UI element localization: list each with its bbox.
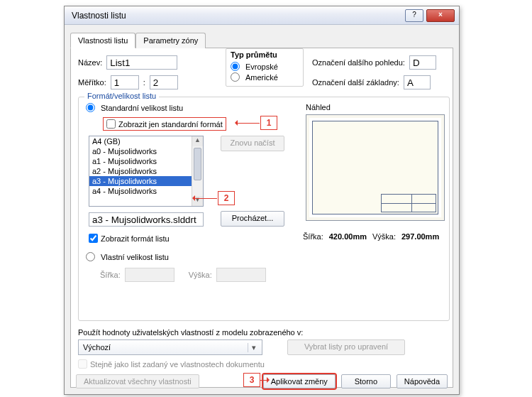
custom-size-option[interactable]: Vlastní velikost listu (86, 252, 169, 261)
standard-size-option[interactable]: Standardní velikost listu (86, 103, 183, 112)
cancel-button[interactable]: Storno (341, 374, 391, 388)
sheet-format-path-field[interactable] (89, 212, 204, 227)
next-view-label: Označení dalšího pohledu: (312, 58, 405, 67)
use-custom-props-combo[interactable]: Výchozí ▾ (78, 339, 262, 355)
help-icon[interactable]: ? (405, 9, 423, 22)
same-as-document-label: Stejně jako list zadaný ve vlastnostech … (90, 360, 265, 369)
custom-size-radio[interactable] (86, 252, 95, 261)
projection-group-title: Typ průmětu (231, 50, 299, 59)
list-item-selected[interactable]: a3 - Mujsolidworks (89, 176, 203, 186)
preview-width-label: Šířka: (303, 232, 323, 241)
bottom-button-bar: Aktualizovat všechny vlastnosti Aplikova… (76, 374, 448, 388)
preview-title-block (381, 194, 436, 212)
preview-dimensions: Šířka: 420.00mm Výška: 297.00mm (303, 232, 439, 241)
format-size-legend: Formát/velikost listu (84, 92, 159, 100)
sheet-preview (306, 114, 445, 221)
next-labels: Označení dalšího pohledu: Označení další… (312, 55, 436, 95)
use-custom-props-value: Výchozí (83, 343, 111, 352)
custom-dims: Šířka: Výška: (100, 268, 266, 282)
custom-height-field (216, 268, 266, 282)
format-size-group: Formát/velikost listu Standardní velikos… (78, 97, 450, 321)
show-sheet-format-option[interactable]: Zobrazit formát listu (89, 234, 170, 243)
preview-height-value: 297.00mm (401, 232, 439, 241)
projection-group: Typ průmětu Evropské Americké (226, 48, 304, 87)
list-item[interactable]: A4 (GB) (89, 136, 203, 146)
standard-size-radio[interactable] (86, 103, 95, 112)
client-area: Vlastnosti listu Parametry zóny Název: M… (69, 28, 455, 390)
scale-denom-field[interactable] (150, 75, 178, 89)
scroll-thumb[interactable] (194, 148, 201, 180)
name-field[interactable] (106, 55, 177, 70)
next-datum-field[interactable] (404, 75, 431, 89)
projection-american[interactable]: Americké (231, 72, 299, 82)
projection-european[interactable]: Evropské (231, 62, 299, 71)
projection-european-label: Evropské (245, 62, 278, 71)
close-icon[interactable]: × (426, 9, 455, 22)
projection-european-radio[interactable] (231, 62, 240, 71)
apply-changes-button[interactable]: Aplikovat změny (263, 374, 336, 388)
custom-height-label: Výška: (189, 271, 212, 279)
standard-size-label: Standardní velikost listu (101, 104, 183, 112)
projection-american-label: Americké (245, 73, 278, 82)
scroll-up-icon[interactable]: ▲ (192, 136, 203, 146)
reload-button[interactable]: Znovu načíst (221, 136, 284, 151)
chevron-down-icon[interactable]: ▾ (248, 343, 259, 352)
preview-height-label: Výška: (372, 232, 396, 241)
preview-width-value: 420.00mm (329, 232, 367, 241)
callout-1: 1 (260, 116, 277, 130)
only-standard-format-option[interactable]: Zobrazit jen standardní formát (103, 117, 226, 131)
projection-american-radio[interactable] (231, 72, 240, 82)
preview-title: Náhled (306, 103, 331, 112)
preview-sheet-border (312, 121, 438, 214)
scale-separator: : (143, 78, 145, 87)
callout-2: 2 (218, 191, 235, 205)
list-item[interactable]: a2 - Mujsolidworks (89, 166, 203, 176)
name-row: Název: (78, 55, 177, 70)
select-sheets-button[interactable]: Vybrat listy pro upravení (287, 339, 405, 355)
name-label: Název: (78, 58, 102, 67)
same-as-document-option[interactable]: Stejně jako list zadaný ve vlastnostech … (78, 359, 265, 369)
next-view-field[interactable] (409, 55, 436, 70)
scale-label: Měřítko: (78, 78, 106, 87)
titlebar[interactable]: Vlastnosti listu ? × (65, 6, 459, 25)
tab-zone-parameters[interactable]: Parametry zóny (135, 33, 206, 48)
help-button[interactable]: Nápověda (397, 374, 448, 388)
list-item[interactable]: a0 - Mujsolidworks (89, 146, 203, 156)
scale-row: Měřítko: : (78, 75, 178, 89)
sheet-size-list[interactable]: A4 (GB) a0 - Mujsolidworks a1 - Mujsolid… (89, 136, 204, 207)
custom-size-label: Vlastní velikost listu (101, 253, 169, 261)
browse-button[interactable]: Procházet... (221, 211, 284, 227)
custom-width-label: Šířka: (100, 271, 121, 279)
only-standard-format-checkbox[interactable] (106, 119, 116, 129)
tab-panel: Název: Měřítko: : Typ průmětu Evropské A… (70, 48, 453, 388)
show-sheet-format-checkbox[interactable] (89, 234, 98, 243)
callout-3: 3 (243, 373, 260, 387)
same-as-document-checkbox (78, 359, 87, 369)
list-item[interactable]: a4 - Mujsolidworks (89, 186, 203, 196)
next-datum-label: Označení další základny: (312, 78, 399, 87)
use-custom-props-label: Použít hodnoty uživatelských vlastností … (78, 328, 450, 337)
scale-numer-field[interactable] (111, 75, 139, 89)
custom-width-field (125, 268, 174, 282)
tab-sheet-properties[interactable]: Vlastnosti listu (70, 33, 135, 48)
only-standard-format-label: Zobrazit jen standardní formát (118, 120, 223, 129)
list-item[interactable]: a1 - Mujsolidworks (89, 156, 203, 166)
update-all-button[interactable]: Aktualizovat všechny vlastnosti (76, 374, 199, 388)
dialog-window: Vlastnosti listu ? × Vlastnosti listu Pa… (64, 6, 460, 395)
tab-strip: Vlastnosti listu Parametry zóny (70, 32, 453, 48)
show-sheet-format-label: Zobrazit formát listu (101, 234, 170, 243)
window-title: Vlastnosti listu (72, 11, 405, 21)
